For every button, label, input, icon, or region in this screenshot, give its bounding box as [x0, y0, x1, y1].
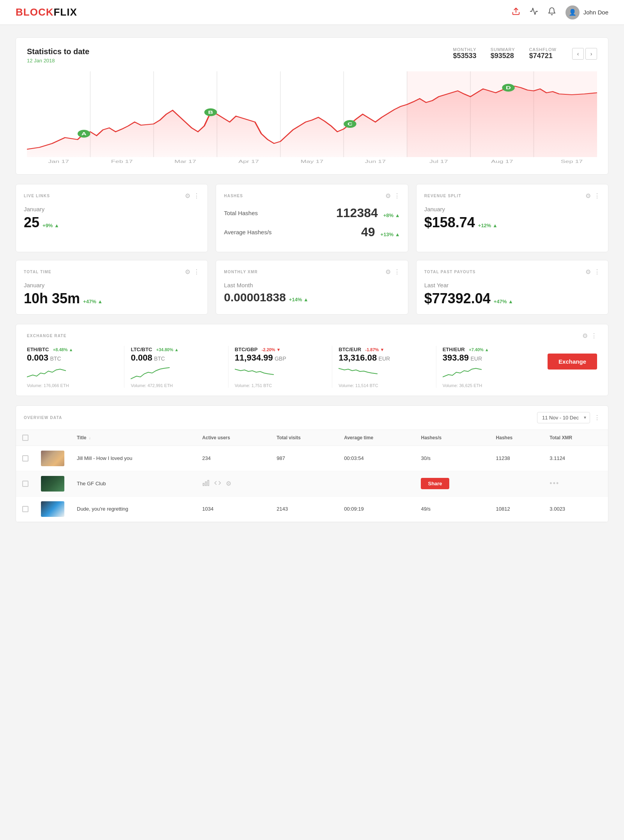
table-row: The GF Club [16, 471, 608, 496]
revenue-split-icons: ⚙ ⋮ [585, 192, 600, 200]
col-checkbox [16, 430, 35, 446]
row1-thumbnail [41, 451, 64, 466]
revenue-settings-icon[interactable]: ⚙ [585, 192, 591, 200]
total-time-more-icon[interactable]: ⋮ [193, 268, 200, 276]
svg-rect-27 [207, 480, 209, 486]
overview-table: Title ↓ Active users Total visits Averag… [16, 430, 608, 522]
monthly-xmr-card: MONTHLY XMR ⚙ ⋮ Last Month 0.00001838 +1… [216, 260, 408, 315]
total-hashes-change: +8% ▲ [383, 212, 400, 218]
hashes-more-icon[interactable]: ⋮ [394, 192, 400, 200]
more-icon[interactable]: ⋮ [193, 192, 200, 200]
svg-text:Feb 17: Feb 17 [111, 159, 133, 164]
pair-btc-eur-change: -1.87% ▼ [365, 347, 385, 352]
upload-icon[interactable] [512, 7, 520, 18]
code-icon[interactable] [214, 479, 221, 488]
row1-total-xmr: 3.1124 [543, 446, 608, 471]
avg-hashes-value: 49 [361, 225, 375, 239]
total-time-settings-icon[interactable]: ⚙ [185, 268, 190, 276]
live-links-label: LIVE LINKS [24, 194, 50, 198]
total-payout-settings-icon[interactable]: ⚙ [585, 268, 591, 276]
statistics-card: Statistics to date 12 Jan 2018 MONTHLY $… [16, 37, 608, 175]
row2-title: The GF Club [71, 471, 196, 496]
row2-thumbnail [41, 476, 64, 492]
svg-text:Sep 17: Sep 17 [561, 159, 583, 164]
row1-hashes-s: 30/s [415, 446, 489, 471]
pair-ltc-btc-volume: Volume: 472,991 ETH [131, 383, 222, 388]
chart-icon[interactable] [530, 7, 538, 18]
svg-text:Apr 17: Apr 17 [238, 159, 259, 164]
logo[interactable]: BLOCKFLIX [16, 6, 77, 18]
total-hashes-row: Total Hashes 112384 +8% ▲ [224, 206, 400, 220]
total-time-change: +47% ▲ [83, 299, 103, 304]
row1-hashes: 11238 [490, 446, 544, 471]
exchange-button[interactable]: Exchange [548, 354, 597, 370]
revenue-more-icon[interactable]: ⋮ [594, 192, 600, 200]
overview-more-icon[interactable]: ⋮ [594, 414, 600, 421]
row2-settings-icon[interactable]: ⚙ [226, 480, 231, 487]
total-payout-period: Last Year [424, 282, 600, 288]
exchange-settings-icon[interactable]: ⚙ [582, 332, 588, 340]
svg-text:C: C [347, 122, 353, 126]
col-hashes-s: Hashes/s [415, 430, 489, 446]
header-checkbox[interactable] [22, 435, 28, 441]
row2-share-button[interactable]: Share [421, 478, 449, 489]
svg-text:B: B [208, 110, 213, 115]
row3-avg-time: 00:09:19 [338, 496, 415, 522]
row1-active-users: 234 [196, 446, 271, 471]
pair-eth-btc: ETH/BTC +8.48% ▲ 0.003 BTC Volume: 176,0… [27, 346, 124, 388]
row2-more-icon[interactable]: ••• [550, 479, 559, 487]
total-payout-more-icon[interactable]: ⋮ [594, 268, 600, 276]
pair-btc-eur-currency: EUR [379, 355, 390, 362]
pair-eth-eur-volume: Volume: 36,625 ETH [443, 383, 534, 388]
row3-total-visits: 2143 [270, 496, 338, 522]
bell-icon[interactable] [548, 7, 556, 18]
row2-checkbox[interactable] [22, 481, 28, 487]
svg-rect-28 [205, 482, 206, 486]
monthly-xmr-change: +14% ▲ [289, 297, 308, 302]
live-links-value: 25 [24, 215, 39, 230]
pair-eth-eur-value: 393.89 [443, 353, 469, 363]
svg-rect-29 [203, 483, 204, 485]
pair-btc-gbp: BTC/GBP -2.20% ▼ 11,934.99 GBP Volume: 1… [228, 346, 332, 388]
pair-btc-gbp-change: -2.20% ▼ [262, 347, 281, 352]
hashes-settings-icon[interactable]: ⚙ [385, 192, 391, 200]
row3-checkbox[interactable] [22, 506, 28, 512]
exchange-more-icon[interactable]: ⋮ [591, 332, 597, 340]
total-time-period: January [24, 282, 200, 288]
monthly-xmr-more-icon[interactable]: ⋮ [394, 268, 400, 276]
row1-checkbox[interactable] [22, 455, 28, 462]
total-hashes-value: 112384 [336, 206, 378, 220]
revenue-change: +12% ▲ [478, 223, 498, 228]
monthly-xmr-label: MONTHLY XMR [224, 270, 258, 274]
col-total-visits: Total visits [270, 430, 338, 446]
total-time-icons: ⚙ ⋮ [185, 268, 200, 276]
pair-eth-btc-currency: BTC [50, 355, 61, 362]
overview-data-card: OVERVIEW DATA 11 Nov - 10 Dec ⋮ Title ↓ [16, 405, 608, 522]
pair-btc-eur-volume: Volume: 11,514 BTC [339, 383, 429, 388]
date-range-select[interactable]: 11 Nov - 10 Dec [537, 412, 590, 423]
nav-prev-button[interactable]: ‹ [572, 48, 584, 60]
pair-eth-eur-change: +7.40% ▲ [469, 347, 489, 352]
nav-next-button[interactable]: › [585, 48, 597, 60]
stats-cashflow: CASHFLOW $74721 [529, 47, 557, 60]
monthly-xmr-icons: ⚙ ⋮ [385, 268, 400, 276]
pair-ltc-btc-currency: BTC [154, 355, 165, 362]
pair-btc-gbp-volume: Volume: 1,751 BTC [235, 383, 326, 388]
exchange-btn-wrapper: Exchange [540, 346, 597, 370]
bar-chart-icon[interactable] [202, 479, 209, 488]
total-payout-icons: ⚙ ⋮ [585, 268, 600, 276]
pair-btc-gbp-currency: GBP [275, 355, 286, 362]
monthly-xmr-settings-icon[interactable]: ⚙ [385, 268, 391, 276]
stats-monthly: MONTHLY $53533 [453, 47, 477, 60]
svg-text:Mar 17: Mar 17 [174, 159, 196, 164]
settings-icon[interactable]: ⚙ [185, 192, 190, 200]
user-profile[interactable]: 👤 John Doe [566, 5, 608, 19]
row3-thumbnail [41, 501, 64, 517]
metrics-grid-row1: LIVE LINKS ⚙ ⋮ January 25 +9% ▲ HASHES ⚙… [16, 184, 608, 252]
avatar: 👤 [566, 5, 580, 19]
table-row: Dude, you're regretting 1034 2143 00:09:… [16, 496, 608, 522]
header: BLOCKFLIX 👤 John Doe [0, 0, 624, 25]
col-title[interactable]: Title ↓ [71, 430, 196, 446]
total-payout-value: $77392.04 [424, 291, 491, 306]
live-links-change: +9% ▲ [43, 223, 59, 228]
